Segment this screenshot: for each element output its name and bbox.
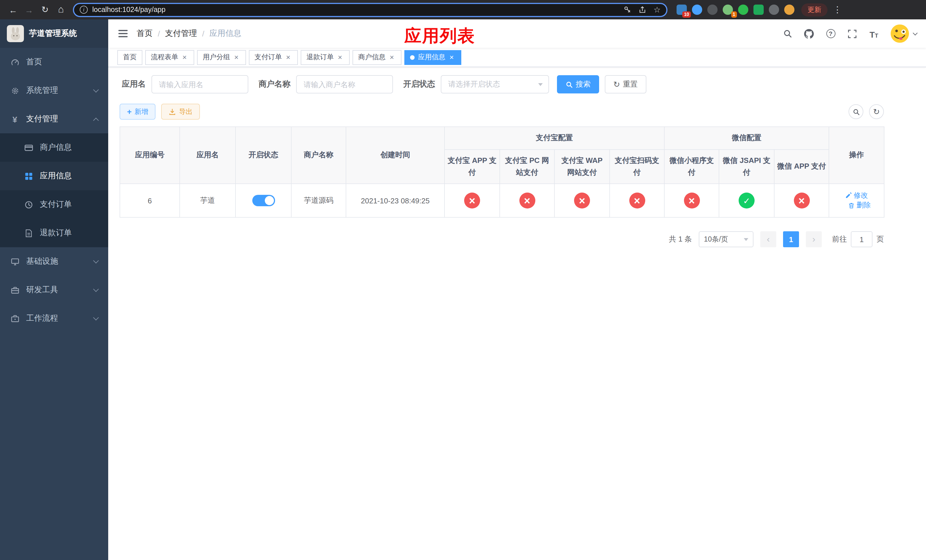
sidebar-item-infrastructure[interactable]: 基础设施 (0, 247, 108, 276)
extension-icon-3[interactable] (707, 5, 717, 15)
tab-home[interactable]: 首页 (117, 50, 142, 65)
extensions-pin-icon[interactable] (769, 5, 779, 15)
col-header-wx-app: 微信 APP 支付 (774, 150, 829, 184)
breadcrumb-home[interactable]: 首页 (137, 29, 153, 39)
browser-profile-avatar[interactable] (784, 5, 794, 15)
share-icon[interactable] (639, 6, 647, 14)
tab-process-form[interactable]: 流程表单 (145, 50, 194, 65)
address-bar[interactable]: localhost:1024/pay/app (73, 3, 667, 17)
app-name-label: 应用名 (122, 79, 146, 89)
sidebar-item-label: 支付订单 (40, 200, 72, 210)
sidebar-item-pay-order[interactable]: 支付订单 (0, 190, 108, 219)
close-icon[interactable] (388, 53, 396, 61)
edit-link[interactable]: 修改 (845, 191, 868, 200)
chevron-down-icon (93, 87, 99, 92)
extension-icon-2[interactable] (692, 5, 702, 15)
col-header-created: 创建时间 (346, 127, 445, 184)
breadcrumb: 首页 支付管理 应用信息 (137, 29, 242, 39)
extension-icon-6[interactable] (754, 5, 764, 15)
font-size-icon[interactable] (869, 28, 879, 39)
payment-submenu: 商户信息 应用信息 支付订单 退款订单 (0, 133, 108, 247)
toolbox-icon (10, 285, 20, 295)
status-select[interactable]: 请选择开启状态 (441, 75, 549, 94)
goto-page-input[interactable] (851, 231, 873, 247)
sidebar-item-label: 研发工具 (26, 285, 58, 295)
tab-refund-order[interactable]: 退款订单 (301, 50, 350, 65)
tab-merchant-info[interactable]: 商户信息 (353, 50, 401, 65)
sidebar-item-app-info[interactable]: 应用信息 (0, 162, 108, 190)
page-size-select[interactable]: 10条/页 (699, 231, 754, 247)
plus-icon (127, 107, 132, 116)
app-logo[interactable]: 芋道管理系统 (0, 20, 108, 48)
help-icon[interactable] (825, 28, 836, 39)
sidebar-item-system-mgmt[interactable]: 系统管理 (0, 76, 108, 105)
credit-card-icon (24, 143, 33, 152)
extension-icon-4[interactable]: 1 (723, 5, 733, 15)
browser-back-icon[interactable] (6, 2, 21, 17)
delete-link[interactable]: 删除 (848, 201, 871, 210)
extension-icon-5[interactable] (738, 5, 748, 15)
search-button[interactable]: 搜索 (557, 75, 599, 94)
app-name-input[interactable] (151, 75, 248, 94)
status-toggle[interactable] (252, 195, 275, 206)
sidebar-item-label: 系统管理 (26, 85, 58, 96)
password-key-icon[interactable] (624, 6, 632, 14)
breadcrumb-separator (202, 29, 204, 38)
sidebar-item-workflow[interactable]: 工作流程 (0, 304, 108, 333)
translate-badge: 1 (731, 11, 737, 18)
site-info-icon[interactable] (80, 6, 88, 14)
add-button[interactable]: 新增 (120, 104, 156, 120)
document-icon (24, 229, 33, 238)
sidebar-item-label: 退款订单 (40, 228, 72, 238)
sidebar-item-home[interactable]: 首页 (0, 48, 108, 76)
app-title: 芋道管理系统 (29, 29, 77, 39)
sidebar-toggle-icon[interactable] (117, 28, 129, 39)
search-icon[interactable] (782, 28, 793, 39)
status-alipay-pc (519, 192, 535, 209)
col-group-wechat: 微信配置 (664, 127, 829, 150)
close-icon[interactable] (336, 53, 344, 61)
github-icon[interactable] (803, 28, 814, 39)
refresh-icon (613, 80, 620, 89)
user-avatar[interactable] (890, 24, 917, 43)
browser-forward-icon[interactable] (22, 2, 36, 17)
tab-pay-order[interactable]: 支付订单 (249, 50, 298, 65)
col-header-alipay-pc: 支付宝 PC 网站支付 (500, 150, 554, 184)
merchant-name-input[interactable] (296, 75, 393, 94)
refresh-table-button[interactable] (869, 104, 884, 119)
url-text[interactable]: localhost:1024/pay/app (92, 6, 619, 14)
sidebar-item-merchant-info[interactable]: 商户信息 (0, 133, 108, 162)
sidebar-item-dev-tools[interactable]: 研发工具 (0, 276, 108, 304)
tab-user-group[interactable]: 用户分组 (197, 50, 246, 65)
browser-home-icon[interactable] (53, 2, 68, 17)
search-form: 应用名 商户名称 开启状态 请选择开启状态 搜索 重置 (120, 75, 915, 94)
app-shell: 芋道管理系统 首页 系统管理 支付管理 (0, 20, 926, 560)
breadcrumb-section[interactable]: 支付管理 (165, 29, 197, 39)
close-icon[interactable] (284, 53, 292, 61)
close-icon[interactable] (180, 53, 189, 61)
bookmark-star-icon[interactable] (654, 5, 661, 14)
browser-reload-icon[interactable] (38, 2, 52, 17)
browser-menu-icon[interactable] (829, 5, 843, 15)
prev-page-button[interactable] (760, 231, 776, 247)
close-icon[interactable] (232, 53, 240, 61)
sidebar-item-refund-order[interactable]: 退款订单 (0, 219, 108, 247)
page-unit-label: 页 (876, 234, 884, 244)
main-panel: 首页 支付管理 应用信息 应用列表 (108, 20, 926, 560)
tab-app-info[interactable]: 应用信息 (404, 50, 461, 65)
export-button[interactable]: 导出 (161, 104, 200, 120)
reset-button[interactable]: 重置 (605, 75, 646, 94)
col-header-actions: 操作 (829, 127, 884, 184)
fullscreen-icon[interactable] (847, 28, 858, 39)
extension-icon-1[interactable]: 10 (676, 5, 687, 15)
chrome-update-button[interactable]: 更新 (801, 3, 828, 16)
sidebar: 芋道管理系统 首页 系统管理 支付管理 (0, 20, 108, 560)
close-icon[interactable] (448, 53, 455, 61)
page-title: 应用列表 (404, 24, 475, 48)
toggle-search-button[interactable] (849, 104, 863, 119)
page-number-1[interactable]: 1 (783, 231, 799, 247)
next-page-button[interactable] (806, 231, 822, 247)
cell-id: 6 (120, 184, 180, 217)
chevron-down-icon (744, 238, 748, 241)
sidebar-item-payment-mgmt[interactable]: 支付管理 (0, 105, 108, 133)
